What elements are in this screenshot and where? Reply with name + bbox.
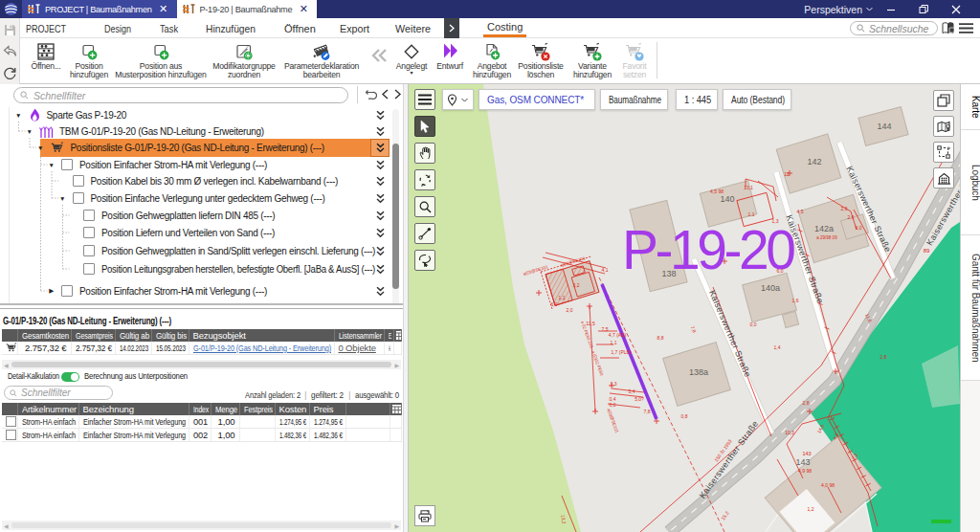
column-header-blank[interactable] (2, 329, 17, 342)
row-expand-all-icon[interactable] (376, 228, 385, 238)
column-header-index[interactable]: Index (189, 403, 211, 415)
map-mode-box[interactable]: Baumaßnahme (600, 89, 668, 110)
ribbon-tab-costing[interactable]: Costing (483, 18, 526, 36)
side-tab-logbuch[interactable]: Logbuch (961, 130, 980, 235)
refresh-icon[interactable] (3, 66, 16, 79)
restore-button[interactable] (919, 5, 938, 14)
side-tab-ganttfürbaumanahmen[interactable]: Gantt für Baumaßnahmen (961, 235, 980, 381)
map-layer-box[interactable]: Gas, OSM CONNECT* (479, 89, 595, 110)
tree-row[interactable]: ▼Sparte Gas P-19-20 (0, 107, 392, 123)
row-expand-all-icon[interactable] (370, 139, 390, 157)
undo-icon[interactable] (3, 45, 17, 57)
tree-row[interactable]: Position Gehwegplatten liefern DIN 485 (… (0, 208, 392, 224)
map-tool-rotate[interactable] (414, 169, 435, 190)
column-header-kosten[interactable]: Kosten (275, 403, 309, 415)
row-checkbox[interactable] (83, 227, 95, 238)
map-tool-menu[interactable] (414, 89, 435, 110)
column-header-bezugsobjekt[interactable]: Bezugsobjekt (189, 329, 334, 342)
table-row[interactable]: 2.757,32 €2.757,32 €14.02.202315.05.2023… (2, 342, 401, 355)
menu-item-hinzufgen[interactable]: Hinzufügen (206, 23, 256, 34)
expander-open-icon[interactable]: ▼ (14, 112, 23, 119)
menu-item-project[interactable]: PROJECT (26, 23, 66, 34)
column-header-e[interactable]: E (384, 329, 393, 342)
tree-row[interactable]: ▼TBM G-01/P-19-20 (Gas ND-Leitung - Erwe… (0, 123, 392, 140)
table1-hscrollbar[interactable]: ◀▶ (2, 360, 401, 369)
quick-search-input[interactable]: Schnellsuche (850, 21, 938, 35)
detail-calc-toggle[interactable] (61, 372, 79, 382)
column-header-blank[interactable] (345, 403, 390, 415)
document-tab-1[interactable]: PROJECT | Baumaßnahmen✕ (22, 0, 177, 18)
map-scale-box[interactable]: 1 : 445 (676, 89, 718, 110)
map-tool-lasso[interactable] (414, 250, 435, 271)
undo-history-icon[interactable] (365, 88, 377, 100)
tree-filter-input[interactable]: Schnellfilter (13, 87, 348, 103)
expander-open-icon[interactable]: ▼ (47, 162, 56, 168)
row-checkbox[interactable] (6, 430, 16, 440)
column-header-gültigbis[interactable]: Gültig bis (151, 329, 189, 342)
column-header-gültigab[interactable]: Gültig ab (115, 329, 151, 342)
map-panel-button-building-grid[interactable] (933, 167, 954, 188)
expander-open-icon[interactable]: ▼ (25, 128, 33, 135)
column-chooser-icon[interactable] (393, 329, 401, 342)
navigate-back-icon[interactable] (381, 88, 390, 100)
listensammler-link[interactable]: 0 Objekte (339, 343, 376, 353)
row-expand-all-icon[interactable] (376, 176, 385, 187)
tree-row[interactable]: ▼Positionsliste G-01/P-19-20 (Gas ND-Lei… (0, 140, 392, 156)
column-chooser-icon[interactable] (390, 403, 401, 415)
row-checkbox[interactable] (73, 192, 84, 204)
column-header-blank[interactable] (2, 403, 17, 415)
row-checkbox[interactable] (6, 416, 16, 427)
bezugsobjekt-link[interactable]: G-01/P-19-20 (Gas ND-Leitung - Erweiteru… (193, 343, 331, 353)
expander-closed-icon[interactable]: ▶ (47, 287, 56, 295)
expander-open-icon[interactable]: ▼ (58, 195, 67, 202)
row-expand-all-icon[interactable] (376, 193, 385, 204)
tree-row[interactable]: Position Liefern und Verteilen von Sand … (0, 225, 392, 241)
column-header-menge[interactable]: Menge (211, 403, 239, 415)
map-panel-button-transform-frame[interactable] (933, 142, 954, 163)
row-checkbox[interactable] (61, 285, 73, 297)
tree-row[interactable]: ▶Position Einfacher Strom-HA mit Verlegu… (0, 283, 392, 299)
map-view[interactable]: P-19-20 Kaiserswerther StraßeKaiserswert… (409, 84, 960, 532)
column-header-gesamtpreis[interactable]: Gesamtpreis (71, 329, 115, 342)
side-tab-karte[interactable]: Karte (961, 84, 980, 130)
close-button[interactable] (951, 5, 970, 14)
save-icon[interactable] (4, 24, 16, 36)
row-expand-all-icon[interactable] (376, 160, 385, 170)
tree-row[interactable]: ▼Position Einfache Verlegung unter gedec… (0, 190, 392, 207)
column-header-bezeichnung[interactable]: Bezeichnung (78, 403, 189, 415)
map-panel-button-overlap-squares[interactable] (933, 90, 954, 111)
map-tool-select[interactable] (414, 116, 435, 137)
menu-item-weitere[interactable]: Weitere (395, 23, 431, 34)
document-tab-2[interactable]: P-19-20 | Baumaßnahme✕ (177, 0, 318, 18)
map-panel-button-map-figure[interactable] (933, 116, 954, 137)
map-locate-dropdown[interactable] (442, 89, 474, 110)
minimize-button[interactable] (886, 5, 905, 14)
navigate-forward-icon[interactable] (393, 88, 402, 100)
map-style-box[interactable]: Auto (Bestand) (723, 89, 791, 110)
map-tool-zoom[interactable] (414, 196, 435, 217)
column-header-listensammler[interactable]: Listensammler (334, 329, 384, 342)
tree-row[interactable]: ▼Position Einfacher Strom-HA mit Verlegu… (0, 157, 392, 173)
map-tool-measure[interactable] (414, 223, 435, 244)
menu-item-design[interactable]: Design (104, 23, 131, 34)
menu-burger-icon[interactable] (959, 23, 973, 33)
map-tool-pan[interactable] (414, 143, 435, 164)
tree-row[interactable]: Position Kabel bis 30 mm Ø verlegen incl… (0, 173, 392, 189)
menu-item-ffnen[interactable]: Öffnen (284, 23, 316, 34)
tab-close-icon[interactable]: ✕ (157, 3, 170, 15)
table2-hscrollbar[interactable]: ◀▶ (2, 521, 401, 530)
column-header-artikelnummer[interactable]: Artikelnummer (17, 403, 78, 415)
row-checkbox[interactable] (83, 210, 95, 221)
column-header-gesamtkosten[interactable]: Gesamtkosten (17, 329, 71, 342)
row-expand-all-icon[interactable] (376, 264, 385, 275)
column-header-preis[interactable]: Preis (309, 403, 345, 415)
perspectives-menu[interactable]: Perspektiven (804, 4, 873, 15)
row-expand-all-icon[interactable] (376, 211, 385, 221)
row-checkbox[interactable] (83, 263, 95, 275)
row-expand-all-icon[interactable] (376, 286, 385, 297)
tree-row[interactable]: Position Leitungsgraben herstellen, befe… (0, 261, 392, 277)
expander-open-icon[interactable]: ▼ (36, 144, 45, 151)
row-checkbox[interactable] (73, 175, 84, 187)
row-expand-all-icon[interactable] (376, 246, 385, 256)
table-row[interactable]: Strom-HA einfachEinfacher Strom-HA mit V… (2, 429, 401, 442)
